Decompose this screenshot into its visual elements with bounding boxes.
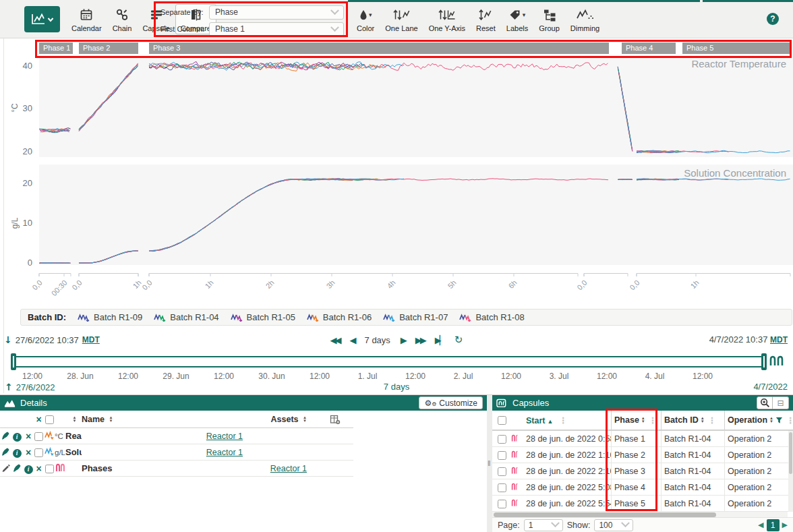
prev-page-button[interactable]: ◀: [758, 521, 763, 529]
legend-entry[interactable]: Batch R1-07: [383, 312, 448, 322]
range-end-timezone[interactable]: MDT: [770, 335, 788, 345]
capsule-row[interactable]: 28 de jun. de 2022 5:54 Phase 5 Batch R1…: [492, 496, 793, 512]
info-icon[interactable]: i: [11, 431, 23, 442]
show-select[interactable]: 100: [594, 519, 633, 531]
step-back-half-button[interactable]: ◀: [350, 335, 355, 345]
item-name[interactable]: Reactor Temperature: [65, 431, 82, 441]
trend-send-icon[interactable]: [11, 463, 23, 474]
phase-column-header[interactable]: Phase 1: [39, 42, 73, 54]
tool-labels[interactable]: ▾ Labels: [501, 4, 533, 34]
page-select[interactable]: 1: [524, 519, 563, 531]
asset-link[interactable]: Reactor 1: [270, 464, 307, 473]
select-all-checkbox[interactable]: [44, 414, 55, 423]
capsule-row[interactable]: 28 de jun. de 2022 0:58 Phase 1 Batch R1…: [492, 431, 793, 447]
capsule-checkbox[interactable]: [492, 434, 511, 443]
refresh-icon[interactable]: ↻: [454, 334, 463, 346]
phase-column-header[interactable]: Phase 2: [79, 42, 138, 54]
current-page-button[interactable]: 1: [767, 519, 780, 531]
range-step-controls: ◀◀ ◀ 7 days ▶ ▶▶ ▶▏ ↻: [0, 334, 793, 346]
separate-by-select[interactable]: Phase: [209, 5, 344, 20]
calendar-icon: [80, 7, 93, 23]
customize-button[interactable]: ⚙⚙ Customize: [419, 396, 483, 409]
legend-entry[interactable]: Batch R1-05: [231, 312, 295, 322]
phase-column-header[interactable]: Phase 5: [682, 42, 790, 54]
details-row[interactable]: i × °C Reactor Temperature Reactor 1: [0, 428, 353, 444]
asset-link[interactable]: Reactor 1: [206, 432, 243, 441]
name-column-header[interactable]: Name ▲▼: [82, 415, 252, 424]
capsule-checkbox[interactable]: [492, 498, 511, 508]
one-y-axis-icon: [438, 7, 456, 23]
help-button[interactable]: ?: [767, 13, 779, 25]
next-page-button[interactable]: ▶: [782, 521, 788, 529]
add-column-icon[interactable]: [316, 414, 353, 424]
first-column-select[interactable]: Phase 1: [209, 22, 344, 36]
tool-label: Color: [357, 24, 374, 32]
zoom-to-capsules-button[interactable]: [757, 396, 773, 409]
remove-icon[interactable]: ×: [23, 432, 34, 440]
range-duration[interactable]: 7 days: [365, 335, 390, 345]
tool-color[interactable]: ▾ Color: [351, 4, 380, 34]
vertical-scrollbar[interactable]: [788, 431, 793, 512]
step-back-full-button[interactable]: ◀◀: [330, 335, 340, 345]
item-name[interactable]: Solution Concentration: [65, 447, 82, 457]
phase-column-header[interactable]: Phase 4: [622, 42, 676, 54]
investigate-end-date[interactable]: 4/7/2022: [753, 382, 788, 392]
capsule-row[interactable]: 28 de jun. de 2022 1:10 Phase 2 Batch R1…: [492, 447, 793, 463]
first-column-label: First Column:: [160, 25, 209, 33]
assets-column-header[interactable]: Assets ▲▼: [252, 415, 316, 424]
timeline-tick: 3. Jul: [535, 372, 583, 381]
trend-view-button[interactable]: [24, 6, 60, 32]
trend-send-icon[interactable]: [0, 447, 11, 458]
capsule-checkbox[interactable]: [492, 466, 511, 475]
legend-entry[interactable]: Batch R1-09: [78, 312, 142, 322]
legend-entry[interactable]: Batch R1-08: [459, 312, 524, 322]
timeline-range-bar[interactable]: [13, 356, 764, 367]
signal-zigzag-icon: [231, 313, 243, 322]
tool-chain[interactable]: Chain: [107, 4, 138, 34]
batch-id-column-header[interactable]: Batch ID ▲▼ ⋮: [661, 411, 724, 430]
capsule-time-icon[interactable]: [769, 355, 786, 367]
capsule-row[interactable]: 28 de jun. de 2022 2:10 Phase 3 Batch R1…: [492, 463, 793, 479]
row-checkbox[interactable]: [34, 431, 44, 441]
remove-icon[interactable]: ×: [23, 448, 34, 456]
legend-entry[interactable]: Batch R1-04: [154, 312, 218, 322]
asset-link[interactable]: Reactor 1: [206, 448, 243, 457]
details-row[interactable]: i × Phases Reactor: [0, 461, 353, 477]
step-forward-full-button[interactable]: ▶▶: [415, 335, 425, 345]
legend-entry[interactable]: Batch R1-06: [307, 312, 372, 322]
timeline-right-handle[interactable]: [761, 353, 767, 370]
collapse-panel-button[interactable]: ⊟: [773, 396, 789, 409]
step-to-end-button[interactable]: ▶▏: [435, 335, 444, 345]
details-row[interactable]: i × g/L Solution Concentration React: [0, 444, 353, 461]
edit-pencil-icon[interactable]: [0, 463, 11, 474]
capsule-row[interactable]: 28 de jun. de 2022 5:08 Phase 4 Batch R1…: [492, 479, 793, 496]
tool-one-y-axis[interactable]: One Y-Axis: [423, 4, 471, 34]
tool-group[interactable]: Group: [533, 4, 565, 34]
item-name[interactable]: Phases: [82, 463, 252, 473]
remove-icon[interactable]: ×: [34, 465, 44, 473]
sort-color-column[interactable]: ▲▼: [65, 415, 82, 424]
tool-dimming[interactable]: Dimming: [565, 4, 605, 34]
timeline-tick: 12:00: [488, 372, 535, 381]
info-icon[interactable]: i: [11, 447, 23, 458]
timeline-left-handle[interactable]: [11, 353, 16, 370]
phase-column-header[interactable]: Phase ▲▼ ⋮: [611, 411, 661, 430]
details-panel: Details ⚙⚙ Customize × ▲▼ Name ▲▼ Assets: [0, 395, 487, 532]
row-checkbox[interactable]: [34, 447, 44, 457]
phase-column-header[interactable]: Phase 3: [149, 42, 609, 54]
range-end-datetime[interactable]: 4/7/2022 10:37: [709, 334, 768, 345]
remove-all-column-header[interactable]: ×: [34, 414, 44, 425]
info-icon[interactable]: i: [23, 463, 34, 474]
tool-calendar[interactable]: Calendar: [66, 4, 107, 34]
select-all-capsules-checkbox[interactable]: [492, 415, 511, 425]
start-column-header[interactable]: Start▲ ⋮: [526, 415, 611, 425]
operation-column-header[interactable]: Operation ▲▼ ⋮: [724, 411, 793, 430]
tool-one-lane[interactable]: One Lane: [380, 4, 423, 34]
step-forward-half-button[interactable]: ▶: [401, 335, 405, 345]
capsule-checkbox[interactable]: [492, 450, 511, 459]
row-checkbox[interactable]: [44, 463, 55, 473]
capsule-checkbox[interactable]: [492, 482, 511, 492]
tool-reset[interactable]: Reset: [471, 4, 501, 34]
panel-splitter[interactable]: ‖: [487, 395, 492, 532]
trend-send-icon[interactable]: [0, 431, 11, 442]
